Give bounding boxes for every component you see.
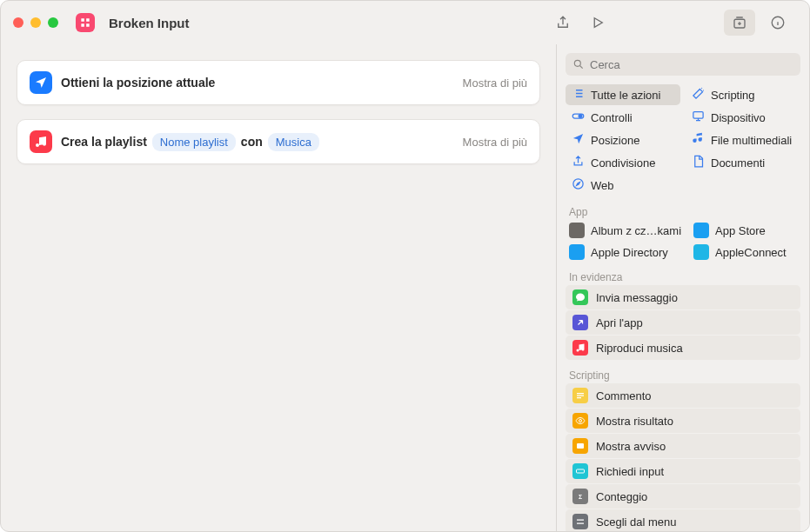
category-label: Dispositivo — [711, 111, 766, 124]
action-label: Ottieni la posizione attuale — [61, 76, 215, 90]
display-icon — [692, 110, 705, 125]
titlebar: Broken Input — [1, 1, 809, 44]
search-input[interactable] — [590, 58, 793, 71]
svg-text:Σ: Σ — [579, 494, 582, 500]
parameter-token[interactable]: Nome playlist — [152, 133, 236, 151]
category-label: Controlli — [591, 111, 633, 124]
app-item[interactable]: Apple Directory — [566, 242, 685, 263]
share-icon — [572, 155, 585, 170]
search-field[interactable] — [566, 53, 800, 76]
action-label: Crea la playlist — [61, 135, 147, 149]
action-list-label: Apri l'app — [596, 316, 643, 329]
alert-icon — [572, 438, 588, 454]
app-label: Apple Directory — [591, 246, 668, 259]
app-icon — [569, 223, 585, 238]
list-icon — [572, 87, 585, 103]
action-list-item[interactable]: Invia messaggio — [566, 285, 800, 309]
category-label: Tutte le azioni — [591, 89, 660, 102]
app-icon — [693, 244, 709, 260]
action-card[interactable]: Crea la playlistNome playlistconMusicaMo… — [17, 119, 540, 164]
music-icon — [572, 340, 588, 356]
action-list-item[interactable]: Riproduci musica — [566, 336, 800, 360]
menu-icon — [572, 514, 588, 529]
category-label: Posizione — [591, 134, 639, 147]
action-list-label: Scegli dal menu — [596, 515, 677, 529]
section-header-scripting: Scripting — [557, 361, 809, 383]
editor-canvas[interactable]: Ottieni la posizione attualeMostra di pi… — [1, 44, 557, 531]
app-label: Album z cz…kami — [591, 224, 681, 237]
action-text: Ottieni la posizione attuale — [61, 76, 215, 90]
app-item[interactable]: AppleConnect — [690, 242, 800, 263]
music-icon — [30, 130, 52, 153]
category-display[interactable]: Dispositivo — [686, 107, 800, 128]
eye-icon — [572, 413, 588, 429]
section-header-featured: In evidenza — [557, 263, 809, 285]
search-icon — [572, 58, 585, 70]
action-list-label: Richiedi input — [596, 465, 664, 478]
action-list-item[interactable]: ΣConteggio — [566, 484, 800, 509]
category-switch[interactable]: Controlli — [566, 107, 680, 128]
close-button[interactable] — [13, 17, 23, 28]
action-card[interactable]: Ottieni la posizione attualeMostra di pi… — [17, 60, 540, 105]
app-item[interactable]: App Store — [690, 220, 800, 241]
category-label: Web — [591, 179, 614, 192]
category-safari[interactable]: Web — [566, 175, 680, 196]
category-note[interactable]: File multimediali — [686, 130, 800, 150]
location-icon — [30, 71, 52, 94]
action-list-item[interactable]: Commento — [566, 383, 800, 408]
parameter-token[interactable]: Musica — [268, 133, 319, 151]
category-label: Condivisione — [591, 156, 655, 170]
category-label: Documenti — [711, 156, 765, 170]
category-doc[interactable]: Documenti — [686, 152, 800, 173]
open-icon — [572, 315, 588, 330]
location-icon — [572, 132, 585, 148]
action-list-item[interactable]: Mostra avviso — [566, 434, 800, 458]
app-icon — [693, 223, 709, 238]
action-label: con — [241, 135, 263, 149]
app-label: App Store — [715, 224, 766, 237]
show-more-button[interactable]: Mostra di più — [463, 76, 527, 90]
share-button[interactable] — [550, 10, 576, 36]
show-more-button[interactable]: Mostra di più — [463, 136, 527, 149]
svg-point-2 — [574, 60, 580, 66]
input-icon — [572, 463, 588, 479]
action-list-item[interactable]: Scegli dal menu — [566, 509, 800, 531]
category-list[interactable]: Tutte le azioni — [566, 84, 680, 105]
action-text: Crea la playlistNome playlistconMusica — [61, 133, 319, 151]
svg-point-4 — [579, 115, 582, 118]
svg-rect-8 — [577, 443, 584, 449]
svg-rect-9 — [577, 469, 585, 473]
info-button[interactable] — [762, 10, 793, 36]
action-list-item[interactable]: Richiedi input — [566, 459, 800, 483]
category-location[interactable]: Posizione — [566, 130, 680, 150]
app-icon — [569, 244, 585, 260]
lines-icon — [572, 388, 588, 403]
svg-rect-5 — [693, 112, 703, 119]
library-button[interactable] — [724, 10, 755, 36]
category-share[interactable]: Condivisione — [566, 152, 680, 173]
sigma-icon: Σ — [572, 489, 588, 504]
section-header-apps: App — [557, 197, 809, 220]
note-icon — [692, 132, 705, 148]
action-list-label: Conteggio — [596, 490, 647, 503]
action-list-label: Mostra risultato — [596, 415, 673, 428]
minimize-button[interactable] — [30, 17, 41, 28]
app-label: AppleConnect — [715, 246, 787, 259]
action-list-label: Riproduci musica — [596, 342, 683, 355]
action-list-item[interactable]: Mostra risultato — [566, 409, 800, 433]
library-sidebar: Tutte le azioniScriptingControlliDisposi… — [557, 44, 809, 531]
switch-icon — [572, 110, 585, 125]
svg-point-6 — [573, 179, 583, 189]
run-button[interactable] — [585, 10, 611, 36]
safari-icon — [572, 177, 585, 193]
message-icon — [572, 289, 588, 305]
action-list-label: Commento — [596, 389, 652, 402]
action-list-label: Mostra avviso — [596, 440, 666, 453]
category-label: File multimediali — [711, 134, 792, 147]
maximize-button[interactable] — [48, 17, 58, 28]
action-list-label: Invia messaggio — [596, 291, 678, 304]
app-item[interactable]: Album z cz…kami — [566, 220, 685, 241]
category-wand[interactable]: Scripting — [686, 84, 800, 105]
action-list-item[interactable]: Apri l'app — [566, 310, 800, 335]
window-title: Broken Input — [109, 16, 190, 30]
